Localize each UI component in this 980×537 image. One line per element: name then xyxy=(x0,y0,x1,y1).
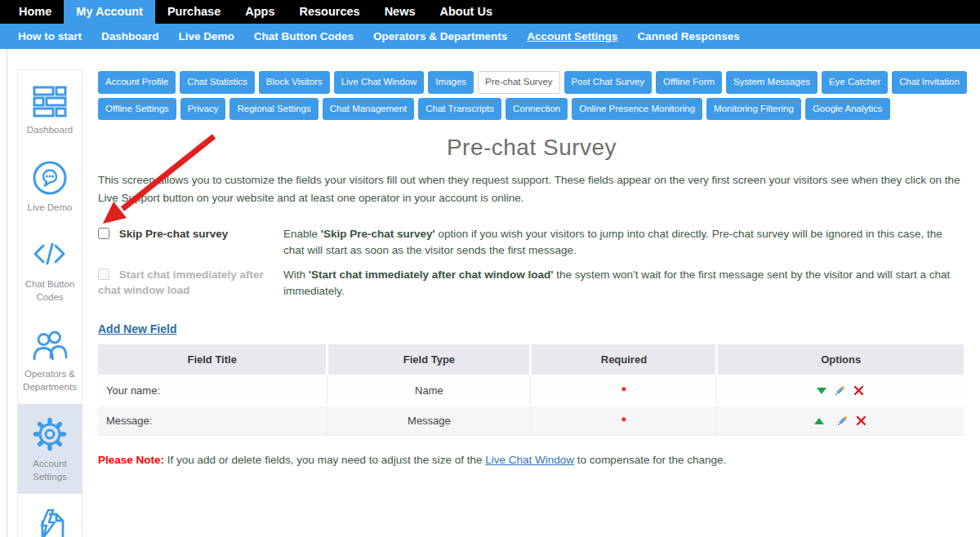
skip-prechat-description: Enable 'Skip Pre-chat survey' option if … xyxy=(283,226,965,260)
tab-offline-form[interactable]: Offline Form xyxy=(656,71,722,94)
subnav-operators-departments[interactable]: Operators & Departments xyxy=(363,24,517,49)
settings-tabs-row-1: Account Profile Chat Statistics Block Vi… xyxy=(98,71,965,94)
users-icon xyxy=(32,326,68,362)
desc-text: Enable xyxy=(283,228,321,240)
tab-chat-invitation[interactable]: Chat Invitation xyxy=(892,71,967,94)
skip-prechat-option: Skip Pre-chat survey xyxy=(98,226,283,242)
tab-regional-settings[interactable]: Regional Settings xyxy=(229,98,318,121)
tab-connection[interactable]: Connection xyxy=(506,98,568,121)
tab-chat-transcripts[interactable]: Chat Transcripts xyxy=(418,98,501,121)
start-chat-checkbox[interactable] xyxy=(98,268,109,280)
field-type-cell: Name xyxy=(327,375,531,406)
subnav-canned-responses[interactable]: Canned Responses xyxy=(627,24,749,49)
top-nav-home[interactable]: Home xyxy=(7,0,64,24)
skip-prechat-checkbox[interactable] xyxy=(98,228,109,239)
delete-x-icon[interactable] xyxy=(853,385,864,396)
fields-table: Field Title Field Type Required Options … xyxy=(98,344,964,436)
settings-tabs-row-2: Offline Settings Privacy Regional Settin… xyxy=(98,98,965,121)
tab-pre-chat-survey[interactable]: Pre-chat Survey xyxy=(478,71,559,94)
field-type-cell: Message xyxy=(327,406,531,436)
app-root: Home My Account Purchase Apps Resources … xyxy=(0,0,980,537)
start-chat-label: Start chat immediately after chat window… xyxy=(98,268,264,297)
note-text: If you add or delete fields, you may nee… xyxy=(164,454,485,466)
options-cell xyxy=(717,375,964,406)
delete-x-icon[interactable] xyxy=(856,415,866,426)
subnav-chat-button-codes[interactable]: Chat Button Codes xyxy=(244,24,363,49)
intro-text: This screen allows you to customize the … xyxy=(98,171,965,206)
required-cell: * xyxy=(531,375,717,406)
gear-icon xyxy=(32,416,68,452)
please-note-text: Please Note: If you add or delete fields… xyxy=(98,454,965,466)
col-header-options: Options xyxy=(717,344,964,375)
options-cell xyxy=(717,406,964,436)
tab-block-visitors[interactable]: Block Visitors xyxy=(259,71,330,94)
subnav-dashboard[interactable]: Dashboard xyxy=(91,24,169,49)
desc-bold-text: 'Skip Pre-chat survey' xyxy=(321,228,435,240)
skip-prechat-label: Skip Pre-chat survey xyxy=(119,228,229,240)
table-row: Your name: Name * xyxy=(98,375,964,406)
tab-account-profile[interactable]: Account Profile xyxy=(98,71,176,94)
tab-system-messages[interactable]: System Messages xyxy=(726,71,817,94)
page-left-border xyxy=(7,49,7,537)
live-chat-window-link[interactable]: Live Chat Window xyxy=(485,454,574,466)
tab-live-chat-window[interactable]: Live Chat Window xyxy=(334,71,425,94)
please-note-prefix: Please Note: xyxy=(98,454,164,466)
tab-chat-statistics[interactable]: Chat Statistics xyxy=(180,71,255,94)
note-text: to compensate for the change. xyxy=(574,454,726,466)
add-new-field-link[interactable]: Add New Field xyxy=(98,322,176,335)
top-nav: Home My Account Purchase Apps Resources … xyxy=(0,0,980,24)
move-up-icon[interactable] xyxy=(814,418,824,424)
top-nav-about-us[interactable]: About Us xyxy=(428,0,505,24)
start-chat-option: Start chat immediately after chat window… xyxy=(98,267,283,299)
top-nav-news[interactable]: News xyxy=(372,0,428,24)
top-nav-resources[interactable]: Resources xyxy=(287,0,372,24)
top-nav-my-account[interactable]: My Account xyxy=(64,0,155,24)
icon-sidebar: Dashboard Live Demo xyxy=(17,69,82,537)
tab-images[interactable]: Images xyxy=(428,71,474,94)
sidebar-item-dashboard[interactable]: Dashboard xyxy=(18,70,82,148)
edit-pencil-icon[interactable] xyxy=(836,415,849,427)
sidebar-item-canned-responses[interactable]: Canned Responses xyxy=(18,494,82,537)
col-header-field-title: Field Title xyxy=(98,344,327,375)
start-chat-description: With 'Start chat immediately after chat … xyxy=(283,267,965,300)
tab-google-analytics[interactable]: Google Analytics xyxy=(805,98,890,121)
subnav-account-settings[interactable]: Account Settings xyxy=(517,24,627,49)
sidebar-item-live-demo[interactable]: Live Demo xyxy=(18,148,82,225)
move-down-icon[interactable] xyxy=(817,388,826,394)
sidebar-item-label: Dashboard xyxy=(27,124,73,137)
subnav-account-settings-label: Account Settings xyxy=(527,30,617,42)
tab-post-chat-survey[interactable]: Post Chat Survey xyxy=(564,71,652,94)
tab-offline-settings[interactable]: Offline Settings xyxy=(98,98,176,121)
tab-chat-management[interactable]: Chat Management xyxy=(323,98,415,121)
subnav-live-demo[interactable]: Live Demo xyxy=(169,24,244,49)
account-sub-nav: How to start Dashboard Live Demo Chat Bu… xyxy=(0,24,980,49)
top-nav-purchase[interactable]: Purchase xyxy=(155,0,233,24)
sidebar-item-label: Live Demo xyxy=(28,202,73,215)
tab-privacy[interactable]: Privacy xyxy=(180,98,226,121)
tab-eye-catcher[interactable]: Eye Catcher xyxy=(822,71,888,94)
sidebar-item-operators-departments[interactable]: Operators & Departments xyxy=(18,314,82,404)
required-asterisk: * xyxy=(621,414,626,428)
table-header-row: Field Title Field Type Required Options xyxy=(98,344,964,375)
sidebar-item-label: Chat Button Codes xyxy=(20,278,79,304)
code-icon xyxy=(32,237,68,273)
desc-bold-text: 'Start chat immediately after chat windo… xyxy=(309,268,554,281)
sidebar-item-label: Account Settings xyxy=(20,458,79,483)
tab-online-presence-monitoring[interactable]: Online Presence Monitoring xyxy=(572,98,702,121)
edit-pencil-icon[interactable] xyxy=(834,384,846,397)
dashboard-icon xyxy=(32,82,68,118)
subnav-how-to-start[interactable]: How to start xyxy=(8,24,91,49)
required-asterisk: * xyxy=(621,384,626,397)
sidebar-item-account-settings[interactable]: Account Settings xyxy=(18,404,82,494)
survey-options: Skip Pre-chat survey Enable 'Skip Pre-ch… xyxy=(98,226,965,300)
chat-bubble-icon xyxy=(32,160,68,196)
table-row: Message: Message * xyxy=(98,406,964,436)
col-header-field-type: Field Type xyxy=(327,344,531,375)
top-nav-apps[interactable]: Apps xyxy=(233,0,287,24)
main-content: Account Profile Chat Statistics Block Vi… xyxy=(98,49,965,466)
field-title-cell: Your name: xyxy=(98,375,327,406)
sidebar-item-chat-button-codes[interactable]: Chat Button Codes xyxy=(18,224,82,314)
tab-monitoring-filtering[interactable]: Monitoring Filtering xyxy=(706,98,801,121)
lightning-page-icon xyxy=(32,506,68,537)
required-cell: * xyxy=(531,406,717,436)
